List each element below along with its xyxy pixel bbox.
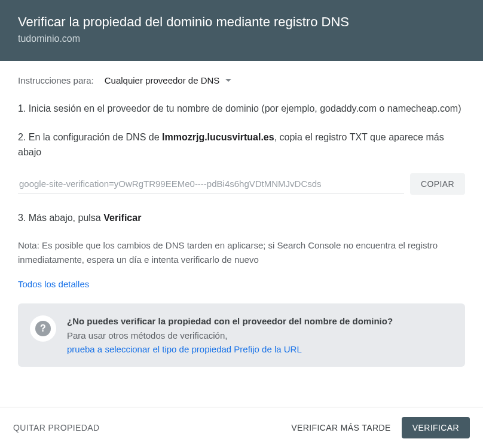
- footer-right: VERIFICAR MÁS TARDE VERIFICAR: [291, 417, 470, 438]
- dns-note: Nota: Es posible que los cambios de DNS …: [18, 238, 465, 267]
- instructions-label: Instrucciones para:: [18, 75, 94, 85]
- step-1: 1. Inicia sesión en el proveedor de tu n…: [18, 101, 465, 116]
- remove-property-button[interactable]: QUITAR PROPIEDAD: [13, 423, 100, 432]
- full-details-link[interactable]: Todos los detalles: [18, 279, 89, 289]
- dialog-content: Instrucciones para: Cualquier proveedor …: [0, 61, 483, 367]
- step-2-domain: Immozrjg.lucusvirtual.es: [162, 132, 274, 142]
- step-2: 2. En la configuración de DNS de Immozrj…: [18, 130, 465, 160]
- step-2-prefix: 2. En la configuración de DNS de: [18, 132, 162, 142]
- chevron-down-icon: [225, 79, 231, 82]
- info-body: Para usar otros métodos de verificación,…: [67, 329, 393, 357]
- txt-record-row: COPIAR: [18, 173, 465, 195]
- copy-button[interactable]: COPIAR: [410, 173, 465, 195]
- domain-subtitle: tudominio.com: [18, 33, 465, 44]
- info-text: ¿No puedes verificar la propiedad con el…: [67, 314, 393, 356]
- dns-provider-dropdown[interactable]: Cualquier proveedor de DNS: [105, 75, 232, 85]
- question-icon: ?: [35, 321, 51, 336]
- info-title: ¿No puedes verificar la propiedad con el…: [67, 314, 393, 328]
- dropdown-value: Cualquier proveedor de DNS: [105, 75, 220, 85]
- txt-record-input[interactable]: [18, 174, 404, 194]
- info-body-text: Para usar otros métodos de verificación,: [67, 330, 227, 340]
- step-3: 3. Más abajo, pulsa Verificar: [18, 210, 465, 226]
- help-icon-wrapper: ?: [30, 315, 56, 342]
- step-3-prefix: 3. Más abajo, pulsa: [18, 213, 103, 223]
- dialog-footer: QUITAR PROPIEDAD VERIFICAR MÁS TARDE VER…: [0, 407, 483, 448]
- dialog-title: Verificar la propiedad del dominio media…: [18, 14, 465, 30]
- verify-button[interactable]: VERIFICAR: [402, 417, 470, 438]
- dialog-header: Verificar la propiedad del dominio media…: [0, 0, 483, 61]
- info-box: ? ¿No puedes verificar la propiedad con …: [18, 303, 465, 367]
- step-3-bold: Verificar: [103, 213, 141, 223]
- url-prefix-link[interactable]: prueba a seleccionar el tipo de propieda…: [67, 344, 302, 354]
- verify-later-button[interactable]: VERIFICAR MÁS TARDE: [291, 423, 391, 432]
- instructions-selector-row: Instrucciones para: Cualquier proveedor …: [18, 75, 465, 85]
